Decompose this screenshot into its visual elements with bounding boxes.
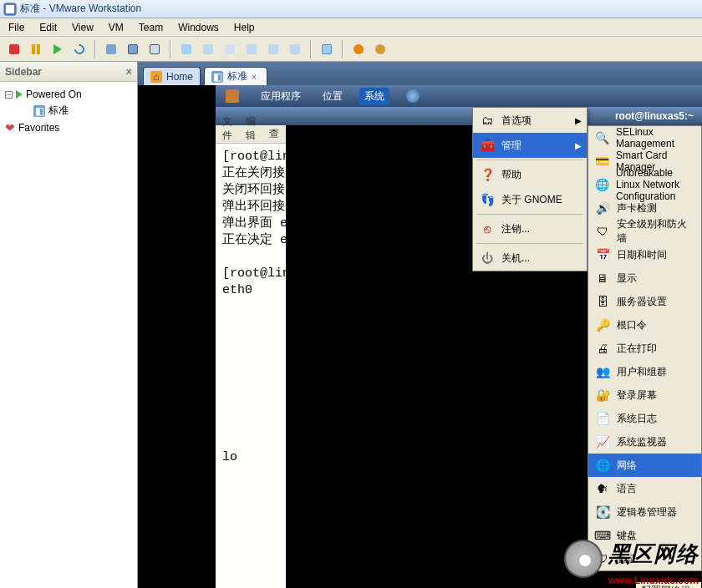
menu-about[interactable]: 👣 关于 GNOME	[473, 187, 587, 212]
admin-item-18[interactable]: 🛡验证	[588, 547, 701, 570]
admin-item-icon: 🔐	[595, 388, 610, 403]
record-button[interactable]	[349, 40, 368, 58]
svg-rect-1	[6, 5, 14, 13]
admin-item-icon: 🔑	[595, 317, 610, 332]
terminal-menubar: 文件(F) 编辑(E) 查	[216, 125, 286, 144]
admin-item-4[interactable]: 🛡安全级别和防火墙	[588, 220, 701, 243]
panel-apps-label: 应用程序	[261, 89, 301, 104]
poweron-button[interactable]	[48, 40, 67, 58]
tab-home[interactable]: ⌂ Home	[143, 67, 201, 85]
menu-help[interactable]: ❓ 帮助	[473, 162, 587, 187]
help-icon: ❓	[480, 167, 495, 182]
capture-button[interactable]	[371, 40, 389, 58]
tab-home-label: Home	[166, 71, 193, 83]
terminal-output[interactable]: [root@linuxas5 正在关闭接口 关闭环回接口: 弹出环回接口: 弹出…	[216, 144, 286, 588]
admin-item-12[interactable]: 📄系统日志	[588, 407, 701, 430]
sidebar-close-icon[interactable]: ×	[125, 65, 132, 78]
tab-vm-label: 标准	[227, 69, 247, 84]
tab-close-icon[interactable]: ×	[252, 73, 260, 81]
admin-item-label: 根口令	[617, 318, 647, 332]
sidebar-header: Sidebar ×	[0, 62, 137, 82]
admin-item-label: 用户和组群	[617, 365, 667, 379]
admin-item-11[interactable]: 🔐登录屏幕	[588, 383, 701, 407]
admin-item-17[interactable]: ⌨键盘	[588, 524, 701, 547]
admin-item-15[interactable]: 🗣语言	[588, 477, 701, 500]
system-menu: 🗂 首选项 ▶ 🧰 管理 ▶ ❓ 帮助 👣 关于 GNOME	[472, 107, 588, 271]
menu-logout-label: 注销...	[501, 222, 530, 236]
menu-shutdown-label: 关机...	[501, 251, 530, 266]
term-menu-view[interactable]: 查	[269, 127, 279, 141]
admin-icon: 🧰	[480, 138, 495, 153]
admin-item-6[interactable]: 🖥显示	[588, 266, 701, 290]
poweroff-button[interactable]	[5, 40, 23, 58]
panel-browser-icon[interactable]	[401, 88, 425, 104]
main-area: Sidebar × − Powered On ◧ 标准 ❤ Favorites …	[0, 62, 702, 588]
menu-view[interactable]: View	[72, 22, 94, 33]
admin-item-icon: 🔍	[595, 130, 609, 145]
prefs-icon: 🗂	[480, 113, 495, 128]
menu-file[interactable]: File	[8, 22, 24, 33]
menu-prefs-label: 首选项	[501, 114, 532, 128]
admin-item-0[interactable]: 🔍SELinux Management	[588, 126, 701, 150]
admin-item-icon: 🛡	[595, 551, 610, 566]
tree-powered-on[interactable]: − Powered On	[3, 87, 134, 102]
tree-powered-on-label: Powered On	[26, 89, 82, 100]
inventory-button[interactable]	[318, 40, 336, 58]
menu-prefs[interactable]: 🗂 首选项 ▶	[473, 108, 587, 133]
suspend-button[interactable]	[27, 40, 45, 58]
window-titlebar: 标准 - VMware Workstation	[0, 0, 702, 18]
panel-system[interactable]: 系统	[359, 88, 389, 105]
menu-team[interactable]: Team	[139, 22, 163, 33]
admin-item-8[interactable]: 🔑根口令	[588, 313, 701, 337]
admin-item-9[interactable]: 🖨正在打印	[588, 337, 701, 360]
fullscreen-button[interactable]	[264, 40, 282, 58]
admin-item-16[interactable]: 💽逻辑卷管理器	[588, 500, 701, 524]
menu-vm[interactable]: VM	[109, 22, 124, 33]
snapshot-revert-button[interactable]	[124, 40, 142, 58]
gnome-launcher-icon[interactable]	[221, 88, 244, 104]
admin-item-label: 正在打印	[617, 342, 657, 356]
tree-favorites[interactable]: ❤ Favorites	[3, 119, 134, 136]
admin-item-icon: 📅	[595, 247, 610, 262]
admin-item-label: 服务器设置	[617, 295, 667, 309]
admin-item-10[interactable]: 👥用户和组群	[588, 360, 701, 383]
admin-item-label: Unbreakable Linux Network Configuration	[616, 167, 694, 202]
tree-toggle-icon[interactable]: −	[5, 91, 13, 99]
admin-item-icon: 🌐	[595, 458, 610, 473]
gnome-foot-icon: 👣	[480, 192, 495, 207]
admin-item-7[interactable]: 🗄服务器设置	[588, 290, 701, 313]
vm-icon: ◧	[33, 105, 45, 117]
gnome-panel: 应用程序 位置 系统	[216, 85, 702, 107]
panel-places[interactable]: 位置	[318, 88, 348, 105]
menu-admin[interactable]: 🧰 管理 ▶	[473, 133, 587, 158]
menu-shutdown[interactable]: ⏻ 关机...	[473, 246, 587, 271]
menu-logout[interactable]: ⎋ 注销...	[473, 216, 587, 241]
menu-edit[interactable]: Edit	[39, 22, 57, 33]
panel-apps[interactable]: 应用程序	[256, 88, 306, 105]
admin-item-icon: 🗄	[595, 294, 610, 309]
quickswitch-button[interactable]	[242, 40, 261, 58]
console-button[interactable]	[199, 40, 217, 58]
content: ⌂ Home ◧ 标准 × 应用程序 位置 系统 root@linuxas5:~	[138, 62, 702, 588]
admin-item-5[interactable]: 📅日期和时间	[588, 243, 701, 266]
admin-item-14[interactable]: 🌐网络	[588, 454, 701, 477]
admin-item-13[interactable]: 📈系统监视器	[588, 430, 701, 454]
menu-windows[interactable]: Windows	[178, 22, 219, 33]
reset-button[interactable]	[70, 40, 89, 58]
summary-button[interactable]	[221, 40, 239, 58]
admin-item-label: 日期和时间	[617, 248, 667, 262]
window-title: 标准 - VMware Workstation	[20, 2, 141, 16]
submenu-arrow-icon: ▶	[575, 116, 582, 125]
submenu-arrow-icon: ▶	[575, 141, 582, 150]
admin-item-label: SELinux Management	[616, 126, 694, 150]
snapshot-manage-button[interactable]	[145, 40, 164, 58]
unity-button[interactable]	[286, 40, 304, 58]
menu-help[interactable]: Help	[234, 22, 255, 33]
tree-vm-item[interactable]: ◧ 标准	[3, 102, 134, 119]
admin-item-icon: 🖥	[595, 271, 610, 286]
sidebar-toggle-button[interactable]	[177, 40, 196, 58]
tab-vm[interactable]: ◧ 标准 ×	[204, 67, 267, 85]
snapshot-take-button[interactable]	[102, 40, 120, 58]
admin-item-2[interactable]: 🌐Unbreakable Linux Network Configuration	[588, 173, 701, 196]
admin-item-label: 安全级别和防火墙	[617, 217, 694, 246]
